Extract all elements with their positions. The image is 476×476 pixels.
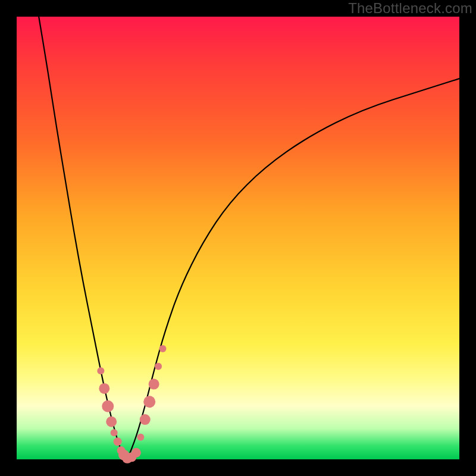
- data-marker: [114, 437, 122, 446]
- data-marker: [97, 367, 104, 374]
- data-marker: [140, 414, 151, 425]
- chart-frame: TheBottleneck.com: [0, 0, 476, 476]
- data-marker: [106, 416, 117, 427]
- left-curve-path: [39, 17, 127, 459]
- data-marker: [99, 383, 109, 394]
- data-marker: [102, 400, 114, 412]
- curves-svg: [17, 17, 459, 459]
- watermark-text: TheBottleneck.com: [348, 0, 472, 17]
- right-curve-path: [127, 79, 459, 459]
- plot-area: [17, 17, 459, 459]
- data-marker: [155, 363, 162, 370]
- data-marker: [159, 345, 167, 352]
- data-marker: [149, 379, 159, 390]
- data-marker: [143, 396, 155, 408]
- data-marker: [111, 429, 118, 436]
- data-marker: [131, 448, 141, 458]
- data-marker: [137, 434, 144, 441]
